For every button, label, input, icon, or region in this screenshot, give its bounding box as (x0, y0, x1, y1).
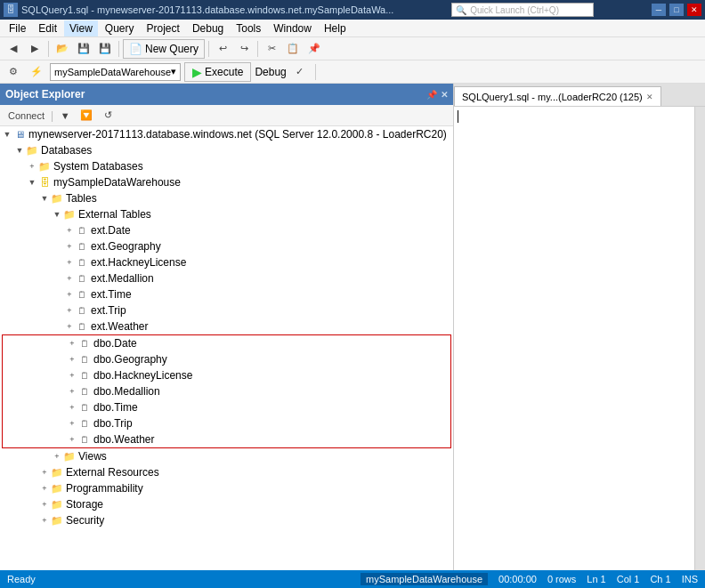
connect-button[interactable]: Connect (4, 107, 49, 125)
dbo-date-expander[interactable]: + (67, 338, 77, 349)
database-selector[interactable]: mySampleDataWarehouse ▾ (50, 63, 181, 81)
tree-ext-trip[interactable]: + 🗒 ext.Trip (0, 302, 453, 318)
redo-button[interactable]: ↪ (234, 40, 254, 58)
sysdb-label: System Databases (53, 160, 143, 173)
check-button[interactable]: ✓ (290, 63, 310, 81)
query-tab-1[interactable]: SQLQuery1.sql - my...(LoaderRC20 (125) ✕ (454, 86, 661, 106)
warehouse-label: mySampleDataWarehouse (53, 176, 181, 189)
sysdb-expander[interactable]: + (27, 161, 37, 172)
query-editor[interactable] (454, 107, 694, 570)
tree-dbo-trip[interactable]: + 🗒 dbo.Trip (3, 415, 450, 431)
undo-button[interactable]: ↩ (213, 40, 232, 58)
tree-security[interactable]: + 📁 Security (0, 512, 453, 528)
views-expander[interactable]: + (52, 451, 62, 462)
minimize-button[interactable]: ─ (652, 4, 666, 16)
tree-system-databases[interactable]: + 📁 System Databases (0, 158, 453, 174)
oe-close-icon[interactable]: ✕ (441, 90, 448, 100)
debug-label[interactable]: Debug (255, 66, 286, 78)
tab-close-icon[interactable]: ✕ (646, 93, 653, 101)
ext-geo-expander[interactable]: + (64, 241, 75, 252)
oe-pin-icon[interactable]: 📌 (426, 90, 437, 100)
tree-views[interactable]: + 📁 Views (0, 448, 453, 464)
status-right: mySampleDataWarehouse 00:00:00 0 rows Ln… (361, 573, 698, 585)
tree-dbo-weather[interactable]: + 🗒 dbo.Weather (3, 431, 450, 447)
menu-edit[interactable]: Edit (33, 20, 62, 36)
menu-tools[interactable]: Tools (231, 20, 266, 36)
ext-res-expander[interactable]: + (39, 467, 50, 478)
dbo-trip-expander[interactable]: + (67, 418, 77, 429)
tree-dbo-time[interactable]: + 🗒 dbo.Time (3, 399, 450, 415)
copy-button[interactable]: 📋 (283, 40, 303, 58)
editor-scrollbar[interactable] (694, 107, 705, 570)
back-button[interactable]: ◀ (4, 40, 23, 58)
ext-date-expander[interactable]: + (64, 225, 75, 236)
paste-button[interactable]: 📌 (304, 40, 324, 58)
tree-dbo-geography[interactable]: + 🗒 dbo.Geography (3, 351, 450, 367)
menu-window[interactable]: Window (268, 20, 317, 36)
save-button[interactable]: 💾 (74, 40, 93, 58)
tree-programmability[interactable]: + 📁 Programmability (0, 480, 453, 496)
server-expander[interactable]: ▼ (2, 129, 12, 140)
ext-medallion-expander[interactable]: + (64, 273, 75, 284)
dbo-hackney-expander[interactable]: + (67, 370, 77, 381)
oe-filter2-button[interactable]: 🔽 (77, 107, 96, 125)
ext-hackney-label: ext.HackneyLicense (91, 256, 186, 269)
ext-tables-expander[interactable]: ▼ (52, 209, 62, 220)
dbo-geo-expander[interactable]: + (67, 354, 77, 365)
tree-external-tables[interactable]: ▼ 📁 External Tables (0, 206, 453, 222)
dbo-medallion-expander[interactable]: + (67, 386, 77, 397)
tree-warehouse[interactable]: ▼ 🗄 mySampleDataWarehouse (0, 174, 453, 190)
save-all-button[interactable]: 💾 (95, 40, 115, 58)
storage-expander[interactable]: + (39, 499, 50, 510)
restore-button[interactable]: □ (669, 4, 684, 16)
tree-dbo-hackney[interactable]: + 🗒 dbo.HackneyLicense (3, 367, 450, 383)
oe-filter-button[interactable]: ▼ (55, 107, 75, 125)
new-query-button[interactable]: 📄 New Query (123, 39, 205, 59)
ext-time-expander[interactable]: + (64, 289, 75, 300)
tree-ext-medallion[interactable]: + 🗒 ext.Medallion (0, 270, 453, 286)
dbo-weather-expander[interactable]: + (67, 434, 77, 445)
menu-query[interactable]: Query (100, 20, 140, 36)
ext-trip-expander[interactable]: + (64, 305, 75, 316)
cut-button[interactable]: ✂ (262, 40, 281, 58)
tree-ext-resources[interactable]: + 📁 External Resources (0, 464, 453, 480)
toolbar-separator-3 (208, 41, 209, 57)
tree-ext-date[interactable]: + 🗒 ext.Date (0, 222, 453, 238)
tree-ext-hackney[interactable]: + 🗒 ext.HackneyLicense (0, 254, 453, 270)
forward-button[interactable]: ▶ (25, 40, 45, 58)
tree-ext-geography[interactable]: + 🗒 ext.Geography (0, 238, 453, 254)
menu-debug[interactable]: Debug (187, 20, 229, 36)
tree-tables[interactable]: ▼ 📁 Tables (0, 190, 453, 206)
dbo-weather-icon: 🗒 (77, 432, 92, 447)
quick-launch[interactable]: 🔍 Quick Launch (Ctrl+Q) (451, 3, 594, 17)
warehouse-expander[interactable]: ▼ (27, 177, 37, 188)
tree-ext-weather[interactable]: + 🗒 ext.Weather (0, 318, 453, 334)
menu-file[interactable]: File (4, 20, 31, 36)
tables-expander[interactable]: ▼ (39, 193, 50, 204)
tree-ext-time[interactable]: + 🗒 ext.Time (0, 286, 453, 302)
status-ch: Ch 1 (650, 574, 670, 584)
tree-dbo-medallion[interactable]: + 🗒 dbo.Medallion (3, 383, 450, 399)
title-bar: 🗄 SQLQuery1.sql - mynewserver-20171113.d… (0, 0, 705, 20)
open-file-button[interactable]: 📂 (53, 40, 72, 58)
menu-help[interactable]: Help (319, 20, 352, 36)
execute-button[interactable]: ▶ Execute (184, 62, 251, 82)
tree-server[interactable]: ▼ 🖥 mynewserver-20171113.database.window… (0, 126, 453, 142)
ext-hackney-icon: 🗒 (75, 255, 89, 270)
security-expander[interactable]: + (39, 515, 50, 526)
prog-expander[interactable]: + (39, 483, 50, 494)
ext-hackney-expander[interactable]: + (64, 257, 75, 268)
databases-expander[interactable]: ▼ (14, 145, 25, 156)
tree-storage[interactable]: + 📁 Storage (0, 496, 453, 512)
tree-databases[interactable]: ▼ 📁 Databases (0, 142, 453, 158)
tree-dbo-date[interactable]: + 🗒 dbo.Date (3, 335, 450, 351)
toolbar2-btn1[interactable]: ⚙ (4, 63, 23, 81)
dbo-time-expander[interactable]: + (67, 402, 77, 413)
database-name: mySampleDataWarehouse (54, 67, 171, 77)
toolbar2-btn2[interactable]: ⚡ (27, 63, 46, 81)
oe-refresh-button[interactable]: ↺ (98, 107, 118, 125)
close-button[interactable]: ✕ (687, 4, 701, 16)
menu-view[interactable]: View (64, 20, 98, 36)
ext-weather-expander[interactable]: + (64, 321, 75, 332)
menu-project[interactable]: Project (142, 20, 185, 36)
